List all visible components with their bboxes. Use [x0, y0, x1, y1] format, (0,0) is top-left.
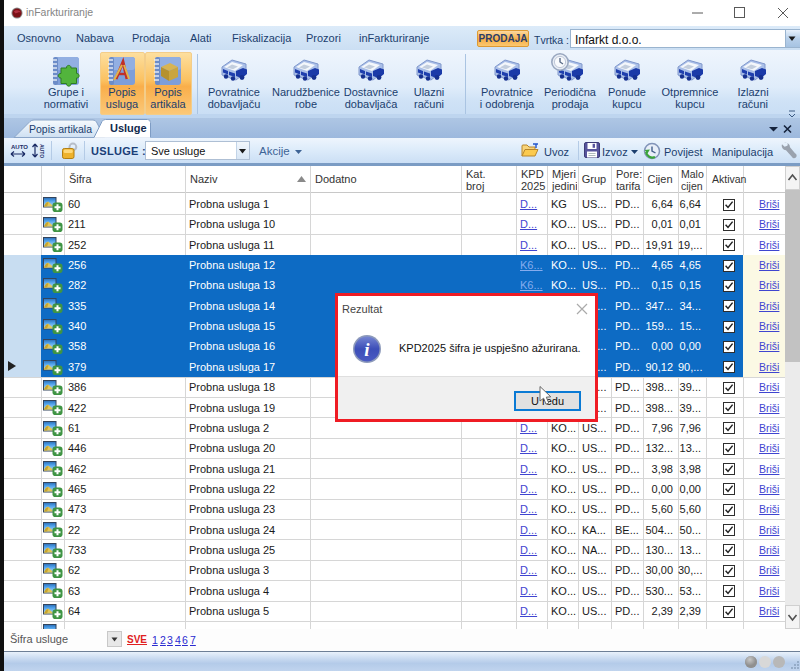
svg-text:i: i — [364, 339, 370, 360]
svg-text:AUTO: AUTO — [39, 144, 45, 158]
svg-text:AUTO: AUTO — [11, 144, 28, 150]
